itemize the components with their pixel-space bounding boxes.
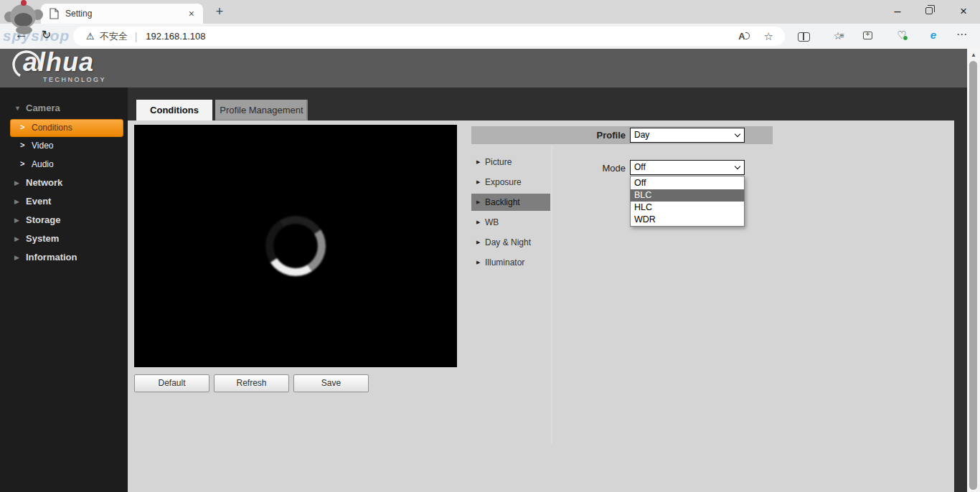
tab-profile-management[interactable]: Profile Management [215,100,308,120]
mode-option-blc[interactable]: BLC [631,189,744,202]
browser-scrollbar[interactable]: ▲ [967,49,980,492]
app-header: alhua TECHNOLOGY Live Playback Setting A… [0,49,967,87]
mode-label: Mode [564,163,626,174]
profile-select-value: Day [634,130,649,140]
mode-dropdown-list: Off BLC HLC WDR [630,176,745,227]
sidebar-item-label: Event [26,196,51,207]
sidebar-item-conditions[interactable]: > Conditions [10,119,123,137]
loading-spinner-icon [260,210,331,282]
expanded-triangle-icon: ▼ [14,105,21,112]
sidebar-item-network[interactable]: ▶ Network [0,176,128,191]
mascot-face [14,13,32,27]
profile-band: Profile Day [471,126,773,144]
chevron-right-icon: > [20,141,24,149]
security-warning-icon: ⚠ [86,31,95,42]
mascot-watermark-icon [4,0,44,34]
refresh-button[interactable]: Refresh [214,374,289,392]
dahua-logo: alhua TECHNOLOGY [10,50,132,87]
panel-item-picture[interactable]: ▶ Picture [471,153,550,171]
new-tab-button[interactable]: + [211,3,228,20]
tab-close-icon[interactable]: × [186,8,197,19]
sidebar-item-video[interactable]: > Video [0,139,128,153]
mode-option-off[interactable]: Off [631,177,744,189]
panel-item-wb[interactable]: ▶ WB [471,214,550,231]
ie-mode-icon[interactable]: e [925,29,941,43]
chevron-down-icon [735,164,740,169]
essentials-status-dot [903,35,908,41]
url-separator: | [135,31,138,42]
panel-item-label: Day & Night [485,237,531,247]
mascot-body [16,26,32,34]
collapsed-triangle-icon: ▶ [14,254,19,261]
favorites-list-lines: ≡ [840,32,844,39]
sidebar-item-label: Storage [26,214,60,225]
favorites-list-icon[interactable]: ☆ ≡ [829,29,847,44]
arrow-right-icon: ▶ [476,179,480,185]
sidebar-item-label: System [26,233,59,244]
chevron-down-icon [735,131,740,137]
profile-select[interactable]: Day [630,128,745,143]
panel-item-label: WB [485,217,499,227]
sidebar-item-label: Camera [26,103,60,113]
collapsed-triangle-icon: ▶ [14,198,19,205]
video-preview [134,125,457,367]
sidebar-item-event[interactable]: ▶ Event [0,194,128,210]
chevron-right-icon: > [20,159,24,168]
arrow-right-icon: ▶ [476,240,480,245]
chevron-right-icon: > [20,123,24,131]
panel-item-label: Exposure [485,177,522,187]
panel-item-illuminator[interactable]: ▶ Illuminator [471,254,550,271]
panel-item-label: Picture [485,157,512,167]
save-button[interactable]: Save [293,374,369,392]
collapsed-triangle-icon: ▶ [14,217,19,224]
url-text[interactable]: 192.168.1.108 [146,31,738,42]
mode-option-wdr[interactable]: WDR [631,214,744,226]
sidebar-item-camera[interactable]: ▼ Camera [0,101,128,117]
arrow-right-icon: ▶ [476,159,480,165]
sidebar-item-information[interactable]: ▶ Information [0,250,128,266]
scrollbar-thumb[interactable] [969,61,977,490]
screen: Setting × + – × spyshop ← ↻ ⚠ 不安全 | 192.… [0,0,980,492]
panel-item-backlight[interactable]: ▶ Backlight [471,194,550,211]
panel-item-day-night[interactable]: ▶ Day & Night [471,234,550,251]
arrow-right-icon: ▶ [476,199,480,205]
read-aloud-icon[interactable]: A [738,31,745,42]
mascot-hat-dot [21,0,27,6]
favorite-star-icon[interactable]: ☆ [764,30,773,43]
window-restore-button[interactable] [925,7,933,14]
sidebar-item-label: Audio [32,159,54,169]
tab-title: Setting [65,9,186,19]
sidebar-item-storage[interactable]: ▶ Storage [0,213,128,229]
sidebar-item-label: Video [32,141,53,151]
security-warning-text[interactable]: 不安全 [100,30,128,43]
mode-select[interactable]: Off [630,160,745,175]
url-field[interactable]: ⚠ 不安全 | 192.168.1.108 A ☆ [73,27,785,46]
browser-address-bar: spyshop ← ↻ ⚠ 不安全 | 192.168.1.108 A ☆ ☆ … [0,24,980,49]
browser-tab-setting[interactable]: Setting × [41,4,203,24]
window-close-button[interactable]: × [948,2,979,22]
logo-text: alhua [23,47,94,77]
sidebar-item-system[interactable]: ▶ System [0,232,128,247]
collections-icon[interactable]: + [863,32,872,39]
sidebar-item-audio[interactable]: > Audio [0,158,128,172]
browser-essentials-icon[interactable]: ♡ [894,29,910,43]
default-button[interactable]: Default [134,374,209,392]
panel-item-label: Illuminator [485,257,524,268]
collections-plus: + [864,30,872,38]
mode-option-hlc[interactable]: HLC [631,202,744,214]
window-minimize-button[interactable]: – [882,2,913,22]
sidebar: ▼ Camera > Conditions > Video > Audio ▶ … [0,87,128,492]
panel-divider [551,145,552,445]
mode-select-value: Off [634,162,646,172]
profile-label: Profile [543,130,626,141]
scroll-up-icon[interactable]: ▲ [967,52,980,58]
panel-item-exposure[interactable]: ▶ Exposure [471,174,550,191]
split-screen-icon[interactable] [798,32,810,42]
collapsed-triangle-icon: ▶ [14,235,19,242]
collapsed-triangle-icon: ▶ [14,179,19,186]
more-menu-icon[interactable]: ⋯ [954,28,970,42]
tab-conditions[interactable]: Conditions [136,100,212,120]
panel-item-label: Backlight [485,197,520,207]
arrow-right-icon: ▶ [476,219,480,225]
page-favicon-document-icon [50,8,59,19]
